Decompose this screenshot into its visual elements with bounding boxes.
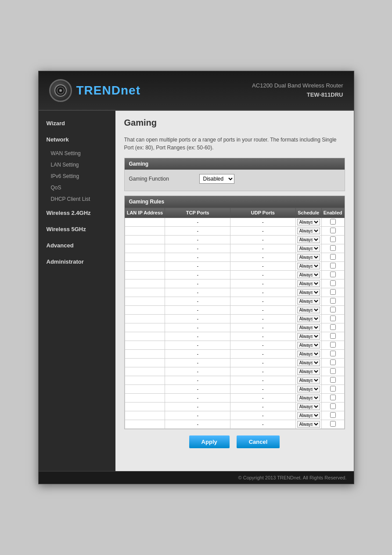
udp-port-start[interactable] [236, 298, 261, 304]
sidebar-item-lan-setting[interactable]: LAN Setting [39, 159, 115, 170]
udp-port-start[interactable] [236, 413, 261, 418]
udp-port-end[interactable] [265, 290, 290, 295]
udp-port-end[interactable] [265, 272, 290, 278]
udp-port-start[interactable] [236, 404, 261, 410]
schedule-select[interactable]: Always [297, 386, 320, 392]
tcp-port-end[interactable] [200, 377, 225, 383]
gaming-function-select[interactable]: Disabled Enabled [199, 174, 234, 184]
sidebar-item-wireless-24[interactable]: Wireless 2.4GHz [39, 205, 115, 221]
tcp-port-end[interactable] [200, 413, 225, 418]
lan-ip-input[interactable] [128, 334, 162, 339]
lan-ip-input[interactable] [128, 377, 162, 383]
schedule-select[interactable]: Always [297, 280, 320, 287]
enabled-checkbox[interactable] [330, 412, 336, 418]
enabled-checkbox[interactable] [330, 228, 336, 233]
schedule-select[interactable]: Always [297, 245, 320, 252]
udp-port-start[interactable] [236, 290, 261, 295]
sidebar-item-wireless-5[interactable]: Wireless 5GHz [39, 221, 115, 237]
enabled-checkbox[interactable] [330, 386, 336, 392]
apply-button[interactable]: Apply [189, 435, 230, 448]
tcp-port-start[interactable] [171, 325, 196, 330]
lan-ip-input[interactable] [128, 342, 162, 348]
udp-port-start[interactable] [236, 360, 261, 366]
schedule-select[interactable]: Always [297, 236, 320, 243]
udp-port-end[interactable] [265, 413, 290, 418]
schedule-select[interactable]: Always [297, 403, 320, 410]
udp-port-start[interactable] [236, 369, 261, 374]
enabled-checkbox[interactable] [330, 359, 336, 365]
udp-port-start[interactable] [236, 272, 261, 278]
udp-port-end[interactable] [265, 421, 290, 427]
udp-port-end[interactable] [265, 369, 290, 374]
enabled-checkbox[interactable] [330, 316, 336, 321]
lan-ip-input[interactable] [128, 246, 162, 251]
udp-port-start[interactable] [236, 263, 261, 269]
enabled-checkbox[interactable] [330, 219, 336, 225]
tcp-port-start[interactable] [171, 263, 196, 269]
udp-port-start[interactable] [236, 237, 261, 243]
tcp-port-start[interactable] [171, 377, 196, 383]
udp-port-end[interactable] [265, 386, 290, 392]
enabled-checkbox[interactable] [330, 368, 336, 374]
tcp-port-start[interactable] [171, 228, 196, 234]
udp-port-end[interactable] [265, 342, 290, 348]
udp-port-end[interactable] [265, 395, 290, 401]
enabled-checkbox[interactable] [330, 236, 336, 242]
tcp-port-end[interactable] [200, 395, 225, 401]
lan-ip-input[interactable] [128, 386, 162, 392]
udp-port-start[interactable] [236, 254, 261, 260]
lan-ip-input[interactable] [128, 404, 162, 410]
tcp-port-start[interactable] [171, 246, 196, 251]
lan-ip-input[interactable] [128, 360, 162, 366]
sidebar-item-wizard[interactable]: Wizard [39, 115, 115, 131]
schedule-select[interactable]: Always [297, 421, 320, 428]
tcp-port-end[interactable] [200, 421, 225, 427]
lan-ip-input[interactable] [128, 395, 162, 401]
tcp-port-start[interactable] [171, 281, 196, 287]
tcp-port-start[interactable] [171, 369, 196, 374]
udp-port-end[interactable] [265, 360, 290, 366]
udp-port-start[interactable] [236, 351, 261, 357]
schedule-select[interactable]: Always [297, 359, 320, 366]
lan-ip-input[interactable] [128, 237, 162, 243]
schedule-select[interactable]: Always [297, 316, 320, 322]
enabled-checkbox[interactable] [330, 307, 336, 312]
udp-port-start[interactable] [236, 228, 261, 234]
udp-port-start[interactable] [236, 386, 261, 392]
lan-ip-input[interactable] [128, 263, 162, 269]
sidebar-item-wan-setting[interactable]: WAN Setting [39, 148, 115, 159]
enabled-checkbox[interactable] [330, 280, 336, 286]
lan-ip-input[interactable] [128, 369, 162, 374]
enabled-checkbox[interactable] [330, 298, 336, 304]
schedule-select[interactable]: Always [297, 254, 320, 261]
udp-port-start[interactable] [236, 246, 261, 251]
udp-port-start[interactable] [236, 377, 261, 383]
udp-port-start[interactable] [236, 307, 261, 313]
tcp-port-end[interactable] [200, 298, 225, 304]
tcp-port-start[interactable] [171, 316, 196, 322]
tcp-port-start[interactable] [171, 272, 196, 278]
tcp-port-start[interactable] [171, 307, 196, 313]
lan-ip-input[interactable] [128, 351, 162, 357]
tcp-port-end[interactable] [200, 219, 225, 225]
lan-ip-input[interactable] [128, 272, 162, 278]
sidebar-item-dhcp-client-list[interactable]: DHCP Client List [39, 193, 115, 205]
tcp-port-end[interactable] [200, 334, 225, 339]
enabled-checkbox[interactable] [330, 245, 336, 251]
tcp-port-end[interactable] [200, 281, 225, 287]
schedule-select[interactable]: Always [297, 342, 320, 348]
lan-ip-input[interactable] [128, 298, 162, 304]
tcp-port-end[interactable] [200, 228, 225, 234]
udp-port-end[interactable] [265, 281, 290, 287]
tcp-port-start[interactable] [171, 237, 196, 243]
tcp-port-end[interactable] [200, 351, 225, 357]
schedule-select[interactable]: Always [297, 272, 320, 278]
lan-ip-input[interactable] [128, 421, 162, 427]
lan-ip-input[interactable] [128, 219, 162, 225]
enabled-checkbox[interactable] [330, 342, 336, 348]
sidebar-item-advanced[interactable]: Advanced [39, 237, 115, 254]
schedule-select[interactable]: Always [297, 333, 320, 340]
udp-port-start[interactable] [236, 334, 261, 339]
tcp-port-end[interactable] [200, 272, 225, 278]
enabled-checkbox[interactable] [330, 421, 336, 427]
